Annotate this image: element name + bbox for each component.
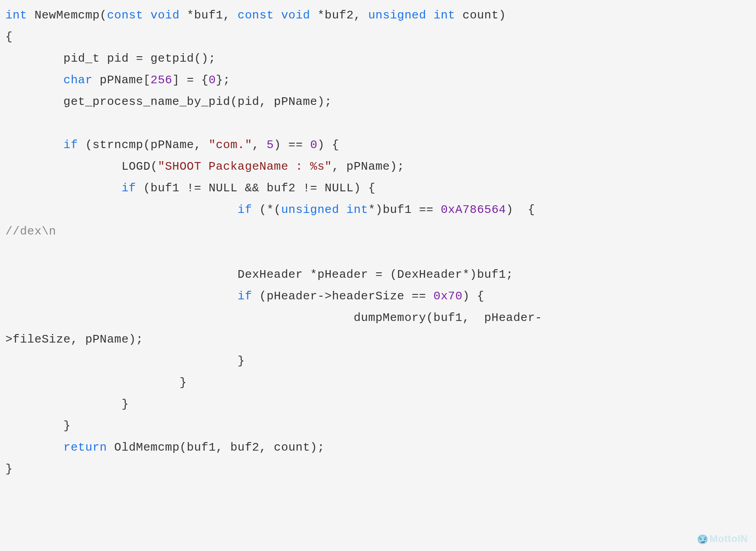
fn-decl: NewMemcmp( bbox=[27, 9, 107, 22]
brace-open: { bbox=[5, 30, 13, 44]
type-int: int bbox=[346, 203, 368, 217]
code-snippet: int NewMemcmp(const void *buf1, const vo… bbox=[0, 0, 756, 484]
kw-const: const bbox=[237, 9, 274, 22]
type-unsigned: unsigned bbox=[368, 9, 426, 22]
watermark-mottoin: MottoIN bbox=[697, 533, 748, 545]
line-getproc: get_process_name_by_pid(pid, pPName); bbox=[5, 95, 332, 108]
num-256: 256 bbox=[150, 73, 172, 87]
num-5: 5 bbox=[267, 138, 274, 152]
kw-return: return bbox=[64, 441, 107, 454]
kw-const: const bbox=[107, 9, 143, 22]
close-brace: } bbox=[5, 397, 129, 411]
num-0: 0 bbox=[310, 138, 317, 152]
line-dump: dumpMemory(buf1, pHeader- bbox=[5, 311, 542, 325]
arg2: *buf2, bbox=[310, 9, 368, 22]
close-brace: } bbox=[5, 376, 187, 389]
comment-dex: //dex\n bbox=[5, 225, 56, 238]
brace-close: } bbox=[5, 462, 13, 476]
str-shoot: "SHOOT PackageName : %s" bbox=[158, 160, 332, 173]
kw-if: if bbox=[237, 203, 252, 217]
close-brace: } bbox=[5, 354, 245, 368]
type-char: char bbox=[64, 73, 92, 87]
type-unsigned: unsigned bbox=[281, 203, 339, 217]
arg3: count) bbox=[455, 9, 506, 22]
indent bbox=[5, 73, 64, 87]
kw-if: if bbox=[64, 138, 78, 152]
line-dexheader: DexHeader *pHeader = (DexHeader*)buf1; bbox=[5, 268, 513, 281]
close-brace: } bbox=[5, 419, 71, 433]
kw-if: if bbox=[122, 181, 136, 195]
hex-70: 0x70 bbox=[433, 289, 462, 303]
kw-if: if bbox=[237, 289, 252, 303]
num-0: 0 bbox=[209, 73, 216, 87]
line-dump-cont: >fileSize, pPName); bbox=[5, 333, 143, 346]
type-int: int bbox=[5, 9, 27, 22]
arg1: *buf1, bbox=[180, 9, 238, 22]
line-pid: pid_t pid = getpid(); bbox=[5, 52, 216, 65]
type-void: void bbox=[150, 9, 179, 22]
return-body: OldMemcmp(buf1, buf2, count); bbox=[107, 441, 324, 454]
str-com: "com." bbox=[209, 138, 252, 152]
type-int: int bbox=[433, 9, 455, 22]
type-void: void bbox=[281, 9, 310, 22]
hex-magic: 0xA786564 bbox=[441, 203, 506, 217]
